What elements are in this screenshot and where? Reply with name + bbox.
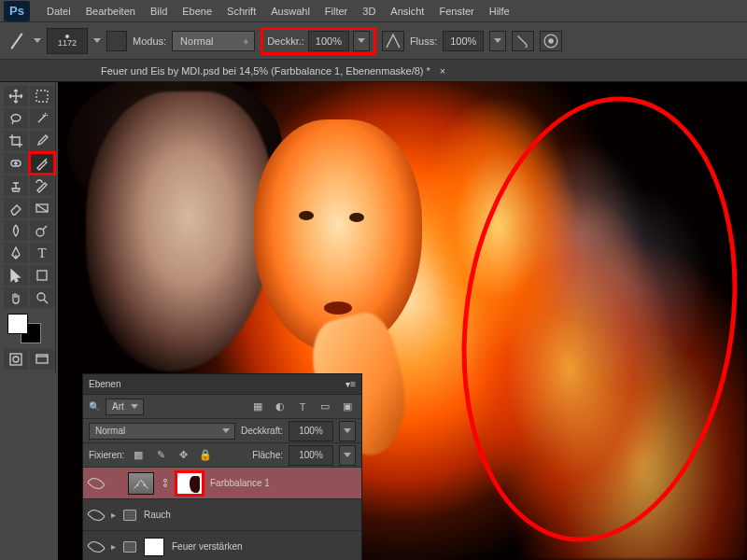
group-expand-icon[interactable]: ▸ [111,541,116,552]
foreground-color-swatch[interactable] [7,314,28,334]
flow-label: Fluss: [410,35,437,47]
filter-adjust-icon[interactable]: ◐ [272,399,289,414]
menu-view[interactable]: Ansicht [383,6,431,17]
filter-pixel-icon[interactable]: ▦ [249,399,266,414]
lock-label: Fixieren: [89,450,124,460]
type-tool[interactable]: T [30,243,54,263]
lock-position-icon[interactable]: ✥ [175,448,191,463]
flow-dropdown[interactable] [489,31,506,51]
pressure-size-toggle[interactable] [540,31,562,51]
app-logo: Ps [4,1,30,21]
mode-label: Modus: [133,35,166,47]
close-tab-icon[interactable]: × [440,65,445,77]
layer-opacity-input[interactable]: 100% [289,421,333,441]
crop-tool[interactable] [4,131,28,151]
layer-opacity-dropdown[interactable] [339,421,356,441]
blend-mode-select[interactable]: Normal ♦ [172,31,255,51]
brush-preset-picker[interactable]: 1172 [47,28,88,54]
lock-all-icon[interactable]: 🔒 [197,448,214,463]
menu-bar: Ps Datei Bearbeiten Bild Ebene Schrift A… [0,0,747,22]
pressure-opacity-toggle[interactable] [382,31,404,51]
menu-help[interactable]: Hilfe [482,6,517,17]
lock-pixels-icon[interactable]: ✎ [152,448,169,463]
blur-tool[interactable] [4,220,28,241]
layer-mask-thumb[interactable] [144,538,164,556]
filter-type-icon[interactable]: T [294,399,311,414]
marquee-tool[interactable] [30,86,54,106]
layers-panel: Ebenen ▾≡ 🔍 Art ▦ ◐ T ▭ ▣ Normal Deckkra… [82,373,362,560]
menu-window[interactable]: Fenster [431,6,481,17]
panel-menu-icon[interactable]: ▾≡ [345,379,356,389]
history-brush-tool[interactable] [30,175,54,196]
eraser-tool[interactable] [4,198,28,218]
options-bar: 1172 Modus: Normal ♦ Deckkr.: 100% Fluss… [0,22,747,60]
screen-mode-toggle[interactable] [30,349,54,370]
menu-select[interactable]: Auswahl [263,6,317,17]
layer-mask-thumb[interactable] [176,472,203,495]
link-icon[interactable] [162,476,169,491]
blend-mode-value: Normal [180,35,213,47]
menu-type[interactable]: Schrift [219,6,263,17]
color-swatches[interactable] [4,310,54,347]
layer-row[interactable]: ▸ Feuer verstärken [83,531,361,560]
svg-point-7 [37,293,45,301]
visibility-toggle-icon[interactable] [89,478,104,489]
pen-tool[interactable] [4,243,28,263]
path-selection-tool[interactable] [4,265,28,286]
magic-wand-tool[interactable] [30,108,54,129]
eyedropper-tool[interactable] [30,131,54,151]
brush-preset-dropdown-icon[interactable] [93,38,101,43]
svg-point-9 [13,357,19,362]
shape-tool[interactable] [30,265,54,286]
menu-edit[interactable]: Bearbeiten [78,6,143,17]
layer-name[interactable]: Farbbalance 1 [210,478,270,488]
layer-blend-mode-select[interactable]: Normal [89,423,235,440]
move-tool[interactable] [4,86,28,106]
artwork-lips [324,301,352,315]
document-tab-bar: Feuer und Eis by MDI.psd bei 14,5% (Farb… [0,60,747,82]
healing-brush-tool[interactable] [4,153,28,174]
brush-size-value: 1172 [58,38,77,48]
fill-dropdown[interactable] [339,445,356,466]
filter-shape-icon[interactable]: ▭ [317,399,333,414]
filter-smart-icon[interactable]: ▣ [339,399,356,414]
svg-point-11 [136,483,138,485]
menu-3d[interactable]: 3D [355,6,383,17]
svg-rect-8 [10,354,21,365]
layer-name[interactable]: Feuer verstärken [172,541,243,552]
brush-tool[interactable] [30,153,54,174]
tool-indicator-brush-icon [6,30,28,52]
lasso-tool[interactable] [4,108,28,129]
menu-filter[interactable]: Filter [317,6,355,17]
flow-input[interactable]: 100% [443,31,484,51]
menu-layer[interactable]: Ebene [175,6,219,17]
visibility-toggle-icon[interactable] [89,510,104,521]
airbrush-toggle[interactable] [512,31,534,51]
lock-transparency-icon[interactable]: ▩ [130,448,147,463]
dodge-tool[interactable] [30,220,54,241]
visibility-toggle-icon[interactable] [89,541,104,553]
layer-name[interactable]: Rauch [144,510,171,520]
tool-preset-dropdown-icon[interactable] [34,38,41,43]
layer-filter-select[interactable]: Art [106,399,144,415]
artwork-woman-face [254,119,422,353]
brush-panel-toggle[interactable] [106,31,127,51]
fill-input[interactable]: 100% [289,445,333,466]
opacity-dropdown[interactable] [353,31,370,51]
group-expand-icon[interactable]: ▸ [111,510,116,520]
svg-rect-2 [36,91,48,102]
quick-mask-toggle[interactable] [4,349,28,370]
clone-stamp-tool[interactable] [4,175,28,196]
layer-row[interactable]: ▸ Rauch [83,499,361,531]
layer-row[interactable]: Farbbalance 1 [83,468,361,499]
hand-tool[interactable] [4,287,28,308]
menu-file[interactable]: Datei [39,6,78,17]
folder-icon [123,510,136,521]
zoom-tool[interactable] [30,287,54,308]
layers-panel-title: Ebenen [89,379,120,389]
adjustment-thumb-icon [128,472,154,495]
gradient-tool[interactable] [30,198,54,218]
menu-image[interactable]: Bild [143,6,175,17]
opacity-input[interactable]: 100% [308,31,349,51]
document-tab[interactable]: Feuer und Eis by MDI.psd bei 14,5% (Farb… [93,60,453,82]
